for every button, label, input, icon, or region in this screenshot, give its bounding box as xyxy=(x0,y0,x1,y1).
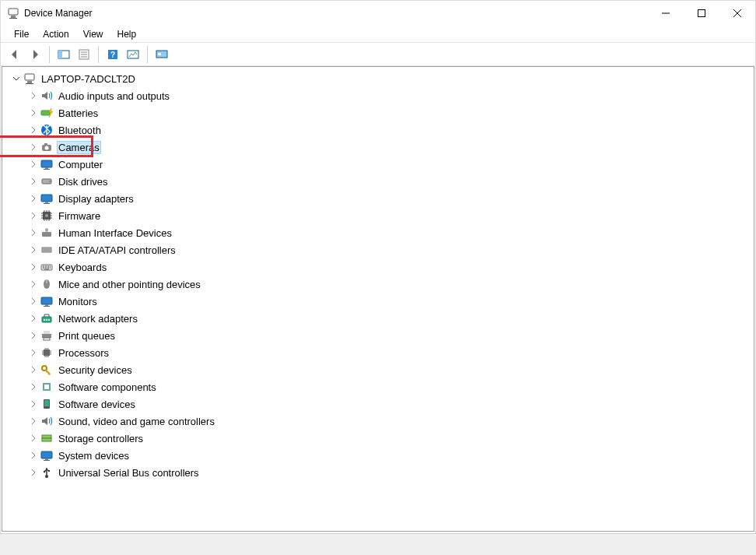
back-button[interactable] xyxy=(5,45,24,64)
tree-item-usb[interactable]: Universal Serial Bus controllers xyxy=(2,464,754,481)
minimize-button[interactable] xyxy=(648,1,684,26)
expand-icon[interactable] xyxy=(27,109,40,117)
close-button[interactable] xyxy=(719,1,755,26)
tree-item-speaker[interactable]: Audio inputs and outputs xyxy=(2,87,754,104)
storage-icon xyxy=(40,431,54,445)
expand-icon[interactable] xyxy=(27,160,40,168)
device-tree[interactable]: LAPTOP-7ADCLT2DAudio inputs and outputsB… xyxy=(2,66,754,532)
expand-icon[interactable] xyxy=(27,280,40,288)
tree-item-ide[interactable]: IDE ATA/ATAPI controllers xyxy=(2,241,754,258)
hid-icon xyxy=(40,226,54,240)
tree-item-label: System devices xyxy=(57,450,131,462)
tree-item-hid[interactable]: Human Interface Devices xyxy=(2,224,754,241)
titlebar: Device Manager xyxy=(1,1,755,26)
tree-item-chip[interactable]: Firmware xyxy=(2,207,754,224)
menu-action[interactable]: Action xyxy=(36,26,75,42)
expand-icon[interactable] xyxy=(27,297,40,305)
bluetooth-icon xyxy=(40,123,54,137)
tree-root[interactable]: LAPTOP-7ADCLT2D xyxy=(2,70,754,87)
expand-icon[interactable] xyxy=(27,229,40,237)
disk-icon xyxy=(40,174,54,188)
tree-item-label: Firmware xyxy=(57,210,102,222)
camera-icon xyxy=(40,140,54,154)
tree-item-speaker[interactable]: Sound, video and game controllers xyxy=(2,413,754,430)
expand-icon[interactable] xyxy=(27,314,40,322)
expand-icon[interactable] xyxy=(27,417,40,425)
expand-icon[interactable] xyxy=(27,143,40,151)
tree-item-label: Bluetooth xyxy=(57,125,103,136)
tree-item-printer[interactable]: Print queues xyxy=(2,327,754,344)
scan-button[interactable] xyxy=(124,45,142,64)
tree-item-bluetooth[interactable]: Bluetooth xyxy=(2,121,754,139)
tree-item-net[interactable]: Network adapters xyxy=(2,310,754,327)
monitor-icon xyxy=(40,294,54,308)
tree-item-label: Software components xyxy=(57,381,158,393)
maximize-button[interactable] xyxy=(684,1,719,26)
tree-item-storage[interactable]: Storage controllers xyxy=(2,430,754,447)
window-title: Device Manager xyxy=(24,8,92,19)
devices-button[interactable] xyxy=(152,45,171,64)
expand-icon[interactable] xyxy=(27,212,40,220)
cpu-icon xyxy=(40,346,54,360)
usb-icon xyxy=(40,465,54,479)
expand-icon[interactable] xyxy=(27,434,40,442)
menu-view[interactable]: View xyxy=(76,26,110,42)
menu-help[interactable]: Help xyxy=(110,26,144,42)
tree-item-monitor[interactable]: Computer xyxy=(2,156,754,173)
help-button[interactable]: ? xyxy=(103,45,122,64)
expand-icon[interactable] xyxy=(27,469,40,476)
component-icon xyxy=(40,380,54,394)
expand-icon[interactable] xyxy=(27,366,40,374)
tree-item-label: Universal Serial Bus controllers xyxy=(57,467,201,479)
expand-icon[interactable] xyxy=(27,349,40,357)
tree-item-monitor[interactable]: Display adapters xyxy=(2,190,754,207)
forward-button[interactable] xyxy=(26,45,44,64)
monitor-icon xyxy=(40,448,54,462)
net-icon xyxy=(40,311,54,325)
chip-icon xyxy=(40,209,54,223)
expand-icon[interactable] xyxy=(27,92,40,100)
tree-item-component[interactable]: Software components xyxy=(2,378,754,395)
tree-item-monitor[interactable]: Monitors xyxy=(2,293,754,310)
expand-icon[interactable] xyxy=(27,451,40,459)
show-hide-console-button[interactable] xyxy=(54,45,73,64)
expand-icon[interactable] xyxy=(27,126,40,134)
tree-item-label: Network adapters xyxy=(57,313,139,325)
tree-root-label: LAPTOP-7ADCLT2D xyxy=(40,73,137,85)
expand-icon[interactable] xyxy=(27,400,40,408)
expand-icon[interactable] xyxy=(27,246,40,254)
toolbar: ? xyxy=(1,43,755,66)
tree-item-battery[interactable]: Batteries xyxy=(2,104,754,121)
monitor-icon xyxy=(40,191,54,205)
tree-item-label: Disk drives xyxy=(57,176,110,188)
tree-item-label: Mice and other pointing devices xyxy=(57,279,202,290)
tree-item-label: Sound, video and game controllers xyxy=(57,416,216,427)
expand-icon[interactable] xyxy=(27,383,40,391)
tree-item-label: Keyboards xyxy=(57,262,108,273)
tree-item-monitor[interactable]: System devices xyxy=(2,447,754,464)
tree-item-cpu[interactable]: Processors xyxy=(2,344,754,361)
statusbar xyxy=(0,533,756,555)
menu-file[interactable]: File xyxy=(7,26,36,42)
tree-item-mouse[interactable]: Mice and other pointing devices xyxy=(2,276,754,293)
expand-icon[interactable] xyxy=(27,195,40,202)
tree-item-label: Security devices xyxy=(57,364,134,376)
tree-item-label: Human Interface Devices xyxy=(57,227,173,239)
tree-item-keyboard[interactable]: Keyboards xyxy=(2,258,754,276)
tree-item-security[interactable]: Security devices xyxy=(2,361,754,378)
svg-rect-41 xyxy=(58,51,62,58)
expand-icon[interactable] xyxy=(27,263,40,271)
sw-icon xyxy=(40,397,54,411)
computer-icon xyxy=(23,72,37,86)
tree-item-camera[interactable]: Cameras xyxy=(2,139,754,156)
svg-rect-39 xyxy=(698,10,705,17)
battery-icon xyxy=(40,106,54,120)
tree-item-label: Print queues xyxy=(57,330,117,342)
ide-icon xyxy=(40,243,54,257)
tree-item-disk[interactable]: Disk drives xyxy=(2,173,754,190)
expand-icon[interactable] xyxy=(27,177,40,185)
properties-button[interactable] xyxy=(75,45,93,64)
expand-icon[interactable] xyxy=(27,332,40,339)
expand-icon[interactable] xyxy=(10,75,23,83)
tree-item-sw[interactable]: Software devices xyxy=(2,395,754,413)
